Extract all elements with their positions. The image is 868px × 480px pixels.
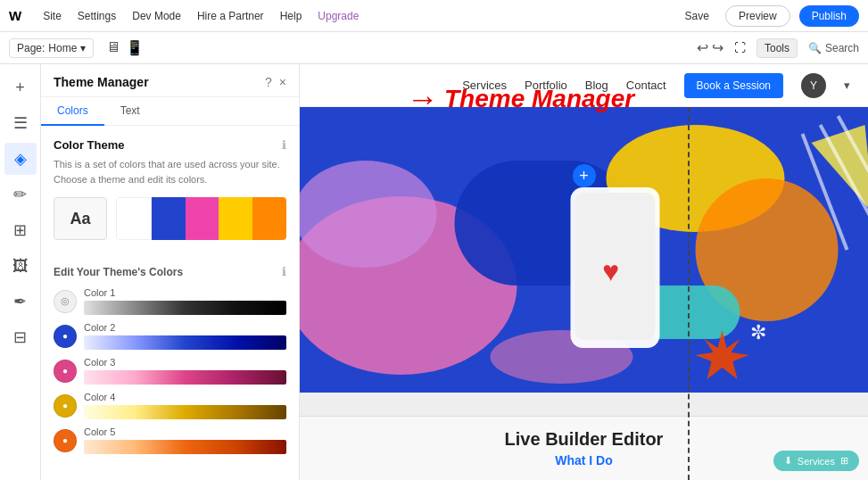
color-1-circle[interactable]: ◎ bbox=[54, 290, 77, 313]
color-2-label: Color 2 bbox=[84, 322, 286, 333]
preview-button[interactable]: Preview bbox=[725, 5, 790, 27]
search-bar[interactable]: 🔍 Search bbox=[808, 42, 859, 54]
edit-colors-info-icon[interactable]: ℹ bbox=[282, 265, 286, 278]
undo-icon[interactable]: ↩ bbox=[697, 39, 708, 56]
color-5-circle[interactable]: ● bbox=[54, 429, 77, 452]
swatch-2 bbox=[186, 197, 219, 240]
top-bar: W Site Settings Dev Mode Hire a Partner … bbox=[0, 0, 868, 32]
theme-panel-help-icon[interactable]: ? bbox=[265, 75, 272, 89]
sidebar-tools-icon[interactable]: ⊟ bbox=[4, 321, 37, 353]
color-2-info: Color 2 bbox=[84, 322, 286, 350]
chevron-down-icon: ▾ bbox=[80, 42, 86, 54]
mobile-view-icon[interactable]: 📱 bbox=[126, 39, 144, 56]
color-theme-info-icon[interactable]: ℹ bbox=[282, 138, 286, 152]
tab-colors[interactable]: Colors bbox=[41, 97, 104, 126]
color-3-circle[interactable]: ● bbox=[54, 360, 77, 383]
theme-panel: Theme Manager ? × Colors Text Color Them… bbox=[41, 64, 300, 480]
fullscreen-icon[interactable]: ⛶ bbox=[734, 41, 746, 54]
color-2-circle[interactable]: ● bbox=[54, 325, 77, 348]
tab-text[interactable]: Text bbox=[104, 97, 156, 126]
color-theme-preview: Aa bbox=[54, 197, 286, 240]
second-bar: Page: Home ▾ 🖥 📱 ↩ ↪ ⛶ Tools 🔍 Search bbox=[0, 32, 868, 64]
svg-text:♥: ♥ bbox=[602, 255, 619, 287]
color-3-bar bbox=[84, 370, 286, 385]
page-selector[interactable]: Page: Home ▾ bbox=[9, 38, 94, 58]
sidebar-add-icon[interactable]: + bbox=[4, 71, 37, 103]
top-nav: Site Settings Dev Mode Hire a Partner He… bbox=[36, 6, 670, 26]
theme-panel-title: Theme Manager bbox=[54, 75, 149, 89]
color-row-1[interactable]: ◎ Color 1 bbox=[54, 287, 286, 315]
page-name: Home bbox=[48, 42, 77, 54]
theme-tabs: Colors Text bbox=[41, 97, 299, 126]
color-theme-desc: This is a set of colors that are used ac… bbox=[54, 157, 286, 186]
theme-panel-close-icon[interactable]: × bbox=[279, 75, 286, 89]
what-i-do-label: What I Do bbox=[555, 453, 613, 468]
sidebar-apps-icon[interactable]: ⊞ bbox=[4, 214, 37, 246]
color-1-info: Color 1 bbox=[84, 287, 286, 315]
nav-upgrade[interactable]: Upgrade bbox=[310, 6, 366, 26]
sidebar-design-icon[interactable]: ◈ bbox=[4, 143, 37, 175]
svg-text:✼: ✼ bbox=[750, 321, 766, 343]
color-swatches[interactable] bbox=[116, 197, 286, 240]
section-title-row: Color Theme ℹ bbox=[54, 138, 286, 152]
redo-icon[interactable]: ↪ bbox=[712, 39, 723, 56]
undo-redo: ↩ ↪ bbox=[697, 39, 723, 56]
page-label: Page: bbox=[17, 42, 45, 54]
search-icon: 🔍 bbox=[808, 42, 822, 54]
sidebar-pages-icon[interactable]: ☰ bbox=[4, 107, 37, 139]
save-button[interactable]: Save bbox=[678, 6, 716, 26]
swatch-1 bbox=[152, 197, 186, 240]
nav-partner[interactable]: Hire a Partner bbox=[190, 6, 271, 26]
publish-button[interactable]: Publish bbox=[799, 5, 859, 27]
sidebar-media-icon[interactable]: 🖼 bbox=[4, 250, 37, 282]
color-theme-section: Color Theme ℹ This is a set of colors th… bbox=[41, 126, 299, 265]
book-session-button[interactable]: Book a Session bbox=[684, 73, 783, 98]
search-label: Search bbox=[825, 42, 859, 54]
edit-title-row: Edit Your Theme's Colors ℹ bbox=[54, 265, 286, 278]
color-4-bar bbox=[84, 405, 286, 419]
color-4-label: Color 4 bbox=[84, 392, 286, 402]
color-4-info: Color 4 bbox=[84, 392, 286, 419]
nav-settings[interactable]: Settings bbox=[70, 6, 123, 26]
canvas-inner: Services Portfolio Blog Contact Book a S… bbox=[300, 64, 868, 480]
sidebar-edit-icon[interactable]: ✏ bbox=[4, 178, 37, 211]
nav-help[interactable]: Help bbox=[273, 6, 310, 26]
color-1-label: Color 1 bbox=[84, 287, 286, 298]
services-corner-label: Services bbox=[798, 456, 835, 467]
nav-devmode[interactable]: Dev Mode bbox=[125, 6, 188, 26]
hero-banner: ♥ ✼ bbox=[300, 107, 868, 393]
nav-avatar[interactable]: Y bbox=[801, 73, 826, 98]
swatch-4 bbox=[252, 197, 286, 240]
color-4-icon: ● bbox=[62, 401, 68, 410]
color-5-info: Color 5 bbox=[84, 426, 286, 454]
color-row-2[interactable]: ● Color 2 bbox=[54, 322, 286, 350]
color-theme-title: Color Theme bbox=[54, 138, 124, 152]
desktop-view-icon[interactable]: 🖥 bbox=[106, 39, 120, 56]
services-corner-button[interactable]: ⬇ Services ⊞ bbox=[773, 451, 859, 471]
aa-preview-box: Aa bbox=[54, 197, 107, 240]
color-row-3[interactable]: ● Color 3 bbox=[54, 357, 286, 385]
add-section-button[interactable]: + bbox=[573, 164, 596, 187]
color-1-bar bbox=[84, 301, 286, 315]
color-row-4[interactable]: ● Color 4 bbox=[54, 392, 286, 419]
services-corner-icon: ⬇ bbox=[784, 455, 792, 467]
hero-background-svg: ♥ ✼ bbox=[300, 107, 868, 393]
services-corner-grid-icon: ⊞ bbox=[840, 455, 848, 467]
color-5-bar bbox=[84, 440, 286, 454]
tools-button[interactable]: Tools bbox=[756, 38, 798, 58]
sidebar-blog-icon[interactable]: ✒ bbox=[4, 286, 37, 318]
color-1-icon: ◎ bbox=[61, 295, 70, 307]
theme-panel-header: Theme Manager ? × bbox=[41, 64, 299, 97]
nav-chevron-icon[interactable]: ▾ bbox=[844, 79, 850, 92]
second-bar-right: ↩ ↪ ⛶ Tools 🔍 Search bbox=[697, 38, 859, 58]
color-3-info: Color 3 bbox=[84, 357, 286, 385]
color-4-circle[interactable]: ● bbox=[54, 394, 77, 418]
canvas-border-line bbox=[688, 107, 690, 480]
live-builder-title: Live Builder Editor bbox=[505, 429, 664, 450]
nav-site[interactable]: Site bbox=[36, 6, 69, 26]
arrow-annotation: → Theme Manager bbox=[407, 80, 634, 118]
theme-panel-icons: ? × bbox=[265, 75, 286, 89]
color-row-5[interactable]: ● Color 5 bbox=[54, 426, 286, 454]
arrow-icon: → bbox=[407, 80, 439, 118]
main-layout: + ☰ ◈ ✏ ⊞ 🖼 ✒ ⊟ Theme Manager ? × Colors… bbox=[0, 64, 868, 480]
